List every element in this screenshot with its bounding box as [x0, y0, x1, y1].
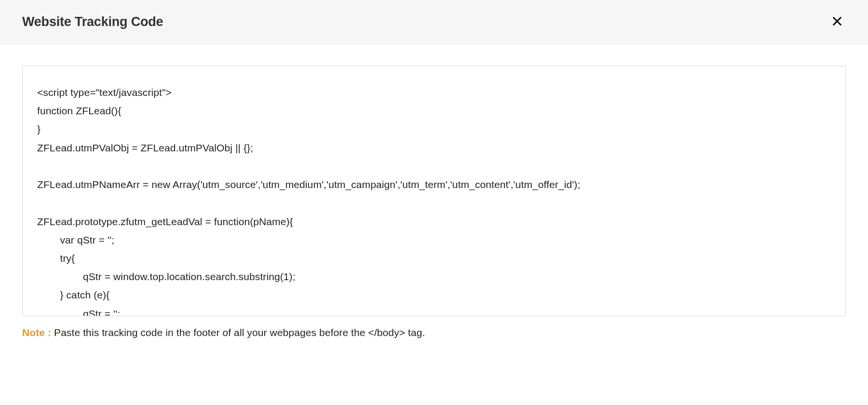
close-icon: [830, 14, 844, 29]
tracking-code-modal: Website Tracking Code <script type="text…: [0, 0, 868, 405]
code-content: <script type="text/javascript"> function…: [37, 83, 831, 316]
note-text: Paste this tracking code in the footer o…: [54, 327, 425, 338]
note-label: Note :: [22, 327, 54, 338]
close-button[interactable]: [828, 13, 846, 31]
modal-title: Website Tracking Code: [22, 14, 163, 29]
modal-header: Website Tracking Code: [0, 0, 868, 44]
code-box[interactable]: <script type="text/javascript"> function…: [22, 66, 846, 316]
modal-body: <script type="text/javascript"> function…: [0, 44, 868, 405]
note-line: Note : Paste this tracking code in the f…: [22, 327, 846, 338]
